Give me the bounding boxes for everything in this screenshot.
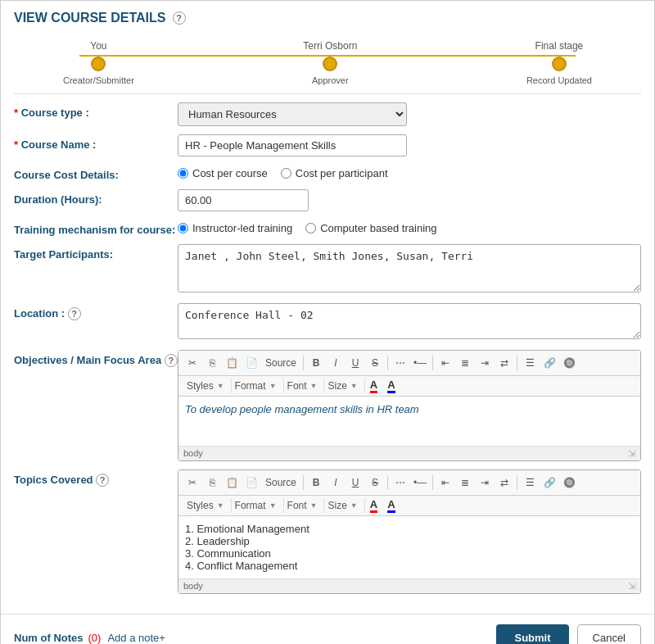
ordered-list-icon[interactable]: ⋯	[391, 354, 409, 372]
table-icon[interactable]: ☰	[521, 354, 539, 372]
bg-color-button-top[interactable]: A	[382, 498, 400, 513]
resize-handle-top[interactable]: ⇲	[628, 581, 635, 592]
cost-per-course-radio[interactable]	[178, 168, 188, 179]
source-button-top[interactable]: Source	[262, 477, 300, 488]
paste-icon[interactable]: 📋	[223, 354, 241, 372]
format-select-top[interactable]: Format ▼	[232, 498, 284, 513]
objectives-row: Objectives / Main Focus Area ? ✂ ⎘ 📋 📄 S…	[14, 350, 641, 461]
course-cost-control: Cost per course Cost per participant	[178, 165, 641, 179]
align-right-icon-t[interactable]: ⇥	[476, 474, 494, 492]
paste-icon-t[interactable]: 📋	[223, 474, 241, 492]
bold-button-top[interactable]: B	[307, 474, 325, 492]
strike-button-top[interactable]: S	[366, 474, 384, 492]
link-icon-t[interactable]: 🔗	[540, 474, 558, 492]
course-type-label: * Course type :	[14, 102, 178, 119]
toolbar-sep-t3	[432, 475, 433, 490]
objectives-format-bar: Styles ▼ Format ▼ Font ▼ Size ▼	[178, 376, 640, 397]
underline-button-obj[interactable]: U	[346, 354, 364, 372]
copy-icon[interactable]: ⎘	[203, 354, 221, 372]
submit-button[interactable]: Submit	[496, 624, 568, 644]
ordered-list-icon-t[interactable]: ⋯	[391, 474, 409, 492]
cost-per-participant-radio[interactable]	[281, 168, 291, 179]
instructor-led-radio[interactable]	[178, 223, 188, 234]
location-label: Location : ?	[14, 303, 178, 320]
italic-button-top[interactable]: I	[327, 474, 345, 492]
form-area: * Course type : Human Resources Technica…	[1, 94, 654, 610]
computer-based-radio[interactable]	[305, 223, 316, 234]
location-control: Conference Hall - 02	[178, 303, 641, 342]
topics-content[interactable]: 1. Emotional Management 2. Leadership 3.…	[178, 516, 640, 578]
course-type-select[interactable]: Human Resources Technical Soft Skills Co…	[178, 102, 407, 126]
topics-help-icon[interactable]: ?	[96, 474, 109, 487]
align-justify-icon-t[interactable]: ⇄	[495, 474, 513, 492]
strike-button-obj[interactable]: S	[366, 354, 384, 372]
location-help-icon[interactable]: ?	[68, 307, 81, 320]
cut-icon-t[interactable]: ✂	[183, 474, 201, 492]
underline-button-top[interactable]: U	[346, 474, 364, 492]
notes-count: (0)	[88, 632, 102, 644]
training-mechanism-label: Training mechanism for course:	[14, 220, 178, 236]
font-select-top[interactable]: Font ▼	[284, 498, 325, 513]
computer-based-option[interactable]: Computer based training	[305, 222, 436, 234]
source-button-obj[interactable]: Source	[262, 357, 300, 369]
cost-per-participant-option[interactable]: Cost per participant	[281, 167, 388, 179]
objectives-label: Objectives / Main Focus Area ?	[14, 350, 178, 367]
notes-label: Num of Notes	[14, 632, 84, 644]
font-color-button-top[interactable]: A	[365, 498, 382, 513]
align-left-icon[interactable]: ⇤	[436, 354, 454, 372]
objectives-content[interactable]: To develop people management skills in H…	[178, 397, 640, 446]
align-center-icon[interactable]: ≣	[456, 354, 474, 372]
font-color-button-obj[interactable]: A	[365, 379, 382, 393]
training-mechanism-control: Instructor-led training Computer based t…	[178, 220, 641, 234]
toolbar-sep-t4	[517, 475, 517, 490]
font-select-obj[interactable]: Font ▼	[284, 379, 325, 393]
paste-text-icon[interactable]: 📄	[242, 354, 260, 372]
course-name-input[interactable]	[178, 134, 407, 156]
location-textarea[interactable]: Conference Hall - 02	[178, 303, 641, 339]
topics-format-bar: Styles ▼ Format ▼ Font ▼ Size ▼	[178, 496, 640, 516]
instructor-led-option[interactable]: Instructor-led training	[178, 222, 292, 234]
align-center-icon-t[interactable]: ≣	[456, 474, 474, 492]
table-icon-t[interactable]: ☰	[521, 474, 539, 492]
link-icon[interactable]: 🔗	[540, 354, 558, 372]
target-participants-textarea[interactable]: Janet , John Steel, Smith Jones, Susan, …	[178, 244, 641, 293]
target-participants-label: Target Participants:	[14, 244, 178, 261]
unordered-list-icon-t[interactable]: •—	[411, 474, 429, 492]
target-participants-row: Target Participants: Janet , John Steel,…	[14, 244, 641, 295]
help-icon[interactable]: ?	[173, 11, 186, 25]
add-note-link[interactable]: Add a note+	[107, 632, 165, 644]
cost-radio-group: Cost per course Cost per participant	[178, 165, 641, 179]
cost-per-course-option[interactable]: Cost per course	[178, 167, 268, 179]
align-left-icon-t[interactable]: ⇤	[436, 474, 454, 492]
page-header: VIEW COURSE DETAILS ? You Creator/Submit…	[1, 1, 654, 94]
cancel-button[interactable]: Cancel	[577, 624, 641, 644]
topics-label: Topics Covered ?	[14, 469, 178, 487]
italic-button-obj[interactable]: I	[327, 354, 345, 372]
align-right-icon[interactable]: ⇥	[476, 354, 494, 372]
training-mechanism-row: Training mechanism for course: Instructo…	[14, 220, 641, 236]
cut-icon[interactable]: ✂	[183, 354, 201, 372]
objectives-help-icon[interactable]: ?	[165, 354, 178, 367]
workflow-dot-approver	[323, 57, 337, 71]
bold-button-obj[interactable]: B	[307, 354, 325, 372]
unlink-icon-t[interactable]: 🔘	[560, 474, 578, 492]
size-select-obj[interactable]: Size ▼	[324, 379, 364, 393]
paste-text-icon-t[interactable]: 📄	[242, 474, 260, 492]
topics-toolbar: ✂ ⎘ 📋 📄 Source B I U S ⋯ •— ⇤ ≣ ⇥	[178, 470, 640, 496]
unlink-icon[interactable]: 🔘	[560, 354, 578, 372]
align-justify-icon[interactable]: ⇄	[495, 354, 513, 372]
toolbar-sep-t2	[387, 475, 388, 490]
styles-select-obj[interactable]: Styles ▼	[183, 379, 232, 393]
format-select-obj[interactable]: Format ▼	[232, 379, 284, 393]
course-cost-row: Course Cost Details: Cost per course Cos…	[14, 165, 641, 181]
size-select-top[interactable]: Size ▼	[324, 498, 364, 513]
objectives-control: ✂ ⎘ 📋 📄 Source B I U S ⋯ •— ⇤ ≣ ⇥	[178, 350, 641, 461]
toolbar-sep-4	[517, 356, 517, 370]
bg-color-button-obj[interactable]: A	[382, 379, 400, 393]
unordered-list-icon[interactable]: •—	[411, 354, 429, 372]
styles-select-top[interactable]: Styles ▼	[183, 498, 232, 513]
resize-handle-obj[interactable]: ⇲	[628, 448, 635, 459]
duration-input[interactable]	[178, 189, 309, 211]
copy-icon-t[interactable]: ⎘	[203, 474, 221, 492]
duration-row: Duration (Hours):	[14, 189, 641, 211]
